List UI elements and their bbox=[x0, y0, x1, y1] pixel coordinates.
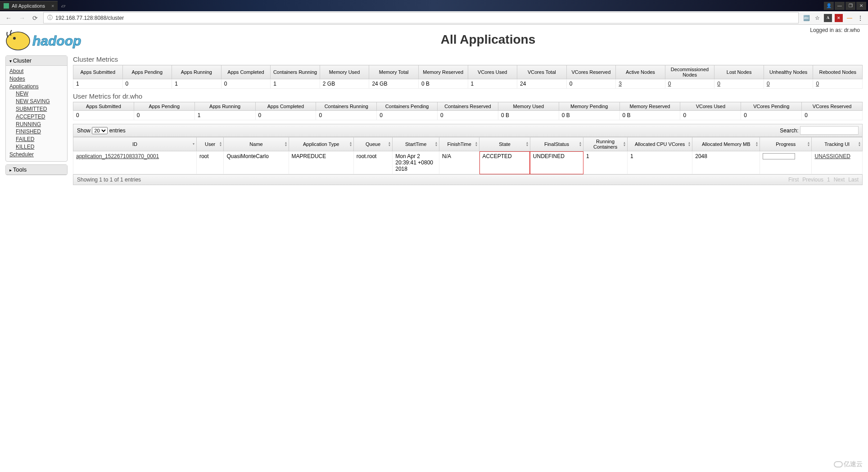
metrics-value: 0 bbox=[802, 111, 863, 120]
column-header[interactable]: Allocated Memory MB▴▾ bbox=[692, 137, 760, 151]
sidebar-link-finished[interactable]: FINISHED bbox=[16, 128, 63, 136]
column-header[interactable]: Name▴▾ bbox=[224, 137, 289, 151]
column-header[interactable]: Allocated CPU VCores▴▾ bbox=[628, 137, 692, 151]
applications-table: ID▾User▴▾Name▴▾Application Type▴▾Queue▴▾… bbox=[73, 137, 863, 174]
search-input[interactable] bbox=[800, 126, 859, 135]
metrics-value: 0 bbox=[122, 79, 172, 89]
column-header[interactable]: Progress▴▾ bbox=[760, 137, 812, 151]
sort-icon: ▴▾ bbox=[526, 141, 528, 146]
back-button[interactable]: ← bbox=[4, 14, 14, 23]
sidebar-link-new[interactable]: NEW bbox=[16, 90, 63, 98]
metrics-value: 0 B bbox=[559, 111, 619, 120]
column-header[interactable]: Tracking UI▴▾ bbox=[812, 137, 863, 151]
page-title: All Applications bbox=[113, 32, 863, 47]
maximize-button[interactable]: ❐ bbox=[845, 2, 855, 10]
sidebar-link-killed[interactable]: KILLED bbox=[16, 143, 63, 151]
browser-tab-bar: All Applications × ▱ 👤 — ❐ ✕ bbox=[0, 0, 868, 11]
column-header[interactable]: FinalStatus▴▾ bbox=[530, 137, 583, 151]
pager-button[interactable]: 1 bbox=[827, 177, 830, 183]
metrics-value: 0 bbox=[221, 79, 271, 89]
sort-icon: ▴▾ bbox=[475, 141, 477, 146]
sidebar-link-submitted[interactable]: SUBMITTED bbox=[16, 105, 63, 113]
sidebar-link-new-saving[interactable]: NEW SAVING bbox=[16, 98, 63, 105]
pager-button[interactable]: Last bbox=[848, 177, 859, 183]
metrics-value: 24 bbox=[517, 79, 567, 89]
url-text: 192.168.77.128:8088/cluster bbox=[55, 15, 124, 21]
menu-icon[interactable]: ⋮ bbox=[856, 14, 864, 22]
metrics-header: VCores Total bbox=[517, 65, 567, 79]
tracking-ui-link[interactable]: UNASSIGNED bbox=[814, 153, 850, 159]
cell-app-type: MAPREDUCE bbox=[289, 151, 353, 174]
metrics-header: VCores Pending bbox=[741, 102, 802, 111]
sort-icon: ▴▾ bbox=[624, 141, 625, 146]
metrics-link[interactable]: 0 bbox=[767, 81, 770, 87]
minimize-button[interactable]: — bbox=[835, 2, 845, 10]
sidebar-link-running[interactable]: RUNNING bbox=[16, 121, 63, 128]
extension-icon-3[interactable]: — bbox=[845, 14, 854, 22]
user-icon[interactable]: 👤 bbox=[824, 2, 834, 10]
browser-tab[interactable]: All Applications × bbox=[0, 1, 58, 10]
pager-button[interactable]: Previous bbox=[802, 177, 823, 183]
cell-running-containers: 1 bbox=[583, 151, 628, 174]
url-bar[interactable]: ⓘ 192.168.77.128:8088/cluster bbox=[43, 12, 799, 23]
translate-icon[interactable]: 🔤 bbox=[802, 14, 810, 22]
sidebar-tools-header[interactable]: Tools bbox=[6, 165, 67, 175]
metrics-link[interactable]: 0 bbox=[668, 81, 671, 87]
cell-queue: root.root bbox=[353, 151, 392, 174]
metrics-link[interactable]: 0 bbox=[816, 81, 819, 87]
metrics-header: Containers Running bbox=[316, 102, 377, 111]
search-label: Search: bbox=[780, 127, 798, 134]
column-header[interactable]: ID▾ bbox=[73, 137, 197, 151]
sort-icon: ▴▾ bbox=[688, 141, 690, 146]
tab-close-icon[interactable]: × bbox=[51, 3, 54, 9]
close-window-button[interactable]: ✕ bbox=[856, 2, 866, 10]
sidebar-cluster-header[interactable]: Cluster bbox=[6, 56, 67, 66]
tab-favicon bbox=[4, 3, 9, 9]
metrics-value: 0 bbox=[438, 111, 498, 120]
column-header[interactable]: Queue▴▾ bbox=[353, 137, 392, 151]
column-header[interactable]: Running Containers▴▾ bbox=[583, 137, 628, 151]
cell-state: ACCEPTED bbox=[479, 151, 530, 174]
column-header[interactable]: Application Type▴▾ bbox=[289, 137, 353, 151]
sidebar-link-failed[interactable]: FAILED bbox=[16, 136, 63, 143]
pager-button[interactable]: Next bbox=[834, 177, 845, 183]
sidebar-link-scheduler[interactable]: Scheduler bbox=[9, 151, 63, 159]
reload-button[interactable]: ⟳ bbox=[31, 14, 40, 23]
app-id-link[interactable]: application_1522671083370_0001 bbox=[76, 153, 159, 159]
forward-button[interactable]: → bbox=[17, 14, 27, 23]
sidebar-link-about[interactable]: About bbox=[9, 68, 63, 75]
show-label-pre: Show bbox=[77, 127, 90, 134]
extension-icon-1[interactable]: 𝐀 bbox=[824, 14, 832, 22]
star-icon[interactable]: ☆ bbox=[813, 14, 821, 22]
svg-point-0 bbox=[6, 32, 30, 50]
svg-text:hadoop: hadoop bbox=[32, 33, 81, 48]
metrics-header: Apps Submitted bbox=[73, 102, 134, 111]
column-header[interactable]: StartTime▴▾ bbox=[393, 137, 439, 151]
info-icon[interactable]: ⓘ bbox=[47, 14, 53, 22]
sidebar-link-nodes[interactable]: Nodes bbox=[9, 75, 63, 83]
hadoop-logo[interactable]: hadoop bbox=[5, 28, 113, 51]
datatable-footer: Showing 1 to 1 of 1 entries FirstPreviou… bbox=[73, 174, 863, 185]
column-header[interactable]: FinishTime▴▾ bbox=[439, 137, 479, 151]
metrics-value: 0 bbox=[566, 79, 616, 89]
metrics-header: VCores Reserved bbox=[802, 102, 863, 111]
show-label-post: entries bbox=[109, 127, 126, 134]
metrics-link[interactable]: 3 bbox=[619, 81, 622, 87]
metrics-value: 0 bbox=[255, 111, 316, 120]
metrics-value: 1 bbox=[73, 79, 123, 89]
metrics-value: 3 bbox=[616, 79, 665, 89]
column-header[interactable]: State▴▾ bbox=[479, 137, 530, 151]
datatable-controls: Show 20 entries Search: bbox=[73, 124, 863, 137]
metrics-link[interactable]: 0 bbox=[717, 81, 720, 87]
pager-button[interactable]: First bbox=[788, 177, 799, 183]
new-tab-button[interactable]: ▱ bbox=[58, 3, 69, 9]
metrics-value: 0 bbox=[73, 111, 134, 120]
metrics-value: 0 bbox=[680, 111, 741, 120]
extension-icon-2[interactable]: ✕ bbox=[835, 14, 843, 22]
sidebar-link-applications[interactable]: Applications bbox=[9, 83, 63, 91]
metrics-header: Apps Pending bbox=[122, 65, 172, 79]
metrics-value: 1 bbox=[194, 111, 255, 120]
entries-select[interactable]: 20 bbox=[92, 127, 108, 134]
column-header[interactable]: User▴▾ bbox=[196, 137, 224, 151]
sidebar-link-accepted[interactable]: ACCEPTED bbox=[16, 113, 63, 121]
